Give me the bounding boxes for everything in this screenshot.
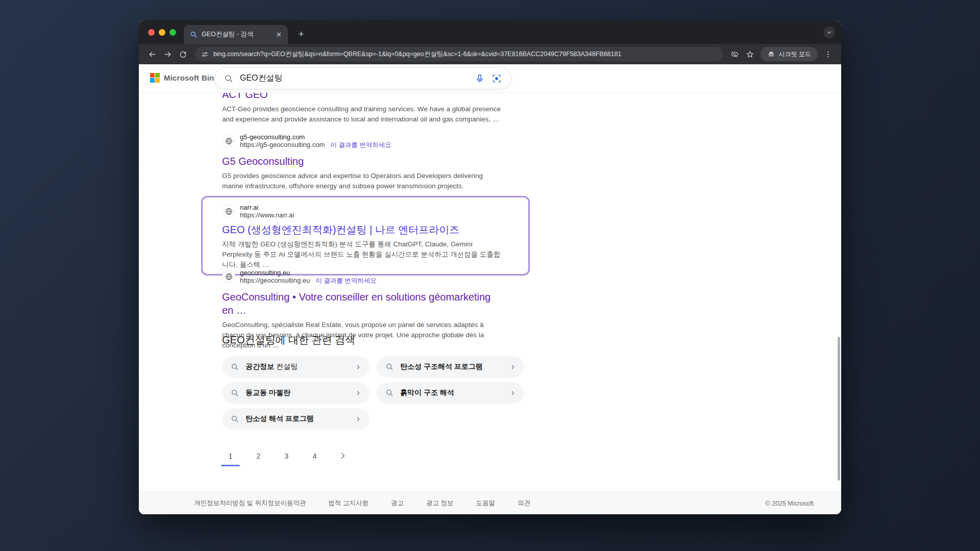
page-scrollbar[interactable] (838, 337, 840, 481)
reload-button[interactable] (176, 47, 190, 61)
incognito-glasses-icon (767, 50, 775, 58)
footer-link-ad-info[interactable]: 광고 정보 (426, 499, 453, 508)
result-domain: g5-geoconsulting.com (240, 133, 391, 141)
search-box[interactable]: GEO컨설팅 (214, 67, 511, 89)
brand-text: Microsoft Bing (164, 73, 219, 82)
microsoft-logo-icon (150, 73, 160, 83)
footer-link-advertise[interactable]: 광고 (391, 499, 404, 508)
microsoft-bing-logo[interactable]: Microsoft Bing (150, 73, 219, 83)
footer-link-privacy[interactable]: 개인정보처리방침 및 위치정보이용약관 (194, 499, 306, 508)
search-query-text[interactable]: GEO컨설팅 (240, 73, 468, 84)
highlighted-search-result: narr.ai https://www.narr.ai GEO (생성형엔진최적… (201, 196, 530, 276)
globe-favicon-icon (222, 134, 235, 147)
globe-favicon-icon (222, 270, 235, 283)
search-icon (231, 389, 239, 397)
page-1-button[interactable]: 1 (216, 449, 244, 466)
browser-tab[interactable]: GEO컨설팅 - 검색 ✕ (184, 25, 288, 44)
result-domain: geoconsulting.eu (240, 269, 377, 277)
globe-favicon-icon (222, 205, 235, 218)
result-description: G5 provides geoscience advice and expert… (222, 171, 502, 191)
page-3-button[interactable]: 3 (273, 449, 301, 466)
result-description: 자체 개발한 GEO (생성형엔진최적화) 분석 도구를 통해 ChatGPT,… (222, 239, 502, 270)
copyright-text: © 2025 Microsoft (765, 500, 814, 507)
result-url: https://geoconsulting.eu (240, 277, 310, 284)
related-searches: 공간정보 컨설팅 탄소성 구조해석 프로그램 동교동 마젤란 흙막이 구조 해석 (222, 356, 524, 430)
next-page-chevron-icon[interactable] (329, 452, 357, 464)
tab-search-chevron-icon[interactable] (823, 27, 835, 38)
search-icon (231, 415, 239, 423)
bookmark-star-icon[interactable] (743, 47, 757, 61)
address-bar[interactable]: bing.com/search?q=GEO컨설팅&qs=n&form=QBRE&… (195, 47, 723, 61)
related-search-pill[interactable]: 흙막이 구조 해석 (377, 382, 524, 404)
incognito-label: 시크릿 모드 (779, 50, 811, 59)
bing-favicon-search-icon (190, 31, 198, 38)
site-settings-icon[interactable] (201, 51, 209, 58)
result-title-link[interactable]: G5 Geoconsulting (222, 155, 304, 168)
page-2-button[interactable]: 2 (244, 449, 273, 466)
forward-button[interactable] (160, 47, 175, 61)
url-text: bing.com/search?q=GEO컨설팅&qs=n&form=QBRE&… (213, 50, 621, 59)
page-footer: 개인정보처리방침 및 위치정보이용약관 법적 고지사항 광고 광고 정보 도움말… (139, 492, 841, 514)
related-search-pill[interactable]: 탄소성 구조해석 프로그램 (377, 356, 524, 378)
chevron-right-icon (355, 364, 361, 370)
search-icon (385, 363, 394, 371)
footer-link-legal[interactable]: 법적 고지사항 (328, 499, 368, 508)
chevron-right-icon (355, 416, 361, 422)
visual-search-lens-icon[interactable] (492, 73, 502, 84)
chevron-right-icon (355, 390, 361, 396)
browser-toolbar: bing.com/search?q=GEO컨설팅&qs=n&form=QBRE&… (139, 44, 841, 64)
result-url: https://g5-geoconsulting.com (240, 141, 325, 148)
voice-search-mic-icon[interactable] (475, 73, 485, 84)
result-source: geoconsulting.eu https://geoconsulting.e… (222, 269, 502, 284)
search-icon (224, 74, 233, 83)
result-domain: narr.ai (240, 204, 294, 211)
browser-window: GEO컨설팅 - 검색 ✕ + bing.com/search?q=GEO컨설팅… (139, 20, 841, 514)
search-icon (385, 389, 394, 397)
search-result: ACT GEO ACT-Geo provides geoscience cons… (222, 88, 502, 124)
window-controls (148, 29, 176, 36)
chevron-right-icon (509, 364, 516, 370)
result-url: https://www.narr.ai (240, 211, 294, 219)
chevron-right-icon (509, 390, 516, 396)
back-button[interactable] (145, 47, 159, 61)
result-source: narr.ai https://www.narr.ai (222, 204, 518, 219)
browser-menu-icon[interactable] (821, 47, 835, 61)
bing-search-results-page: Microsoft Bing GEO컨설팅 ACT GEO ACT-Geo pr… (139, 64, 841, 514)
related-searches-heading: GEO컨설팅에 대한 관련 검색 (222, 333, 355, 347)
result-source: g5-geoconsulting.com https://g5-geoconsu… (222, 133, 502, 148)
result-description: ACT-Geo provides geoscience consulting a… (222, 104, 502, 124)
result-title-link[interactable]: GeoConsulting • Votre conseiller en solu… (222, 290, 502, 317)
page-4-button[interactable]: 4 (301, 449, 329, 466)
translate-result-link[interactable]: 이 결과를 번역하세요 (330, 141, 391, 149)
result-title-link[interactable]: GEO (생성형엔진최적화)컨설팅 | 나르 엔터프라이즈 (222, 223, 459, 236)
translate-result-link[interactable]: 이 결과를 번역하세요 (315, 277, 376, 285)
tab-close-icon[interactable]: ✕ (275, 30, 283, 39)
tracking-protection-eye-icon[interactable] (728, 47, 742, 61)
tab-title: GEO컨설팅 - 검색 (202, 30, 271, 39)
close-window-button[interactable] (148, 29, 155, 36)
new-tab-button[interactable]: + (295, 28, 307, 40)
footer-link-feedback[interactable]: 의견 (518, 499, 530, 508)
search-icon (231, 363, 239, 371)
search-result: g5-geoconsulting.com https://g5-geoconsu… (222, 133, 502, 191)
pagination: 1 2 3 4 (216, 449, 357, 466)
footer-link-help[interactable]: 도움말 (476, 499, 495, 508)
tab-strip: GEO컨설팅 - 검색 ✕ + (139, 20, 841, 44)
related-search-pill[interactable]: 탄소성 해석 프로그램 (222, 408, 370, 430)
bing-header: Microsoft Bing GEO컨설팅 (139, 64, 841, 93)
related-search-pill[interactable]: 공간정보 컨설팅 (222, 356, 370, 378)
zoom-window-button[interactable] (169, 29, 176, 36)
incognito-badge[interactable]: 시크릿 모드 (761, 47, 818, 61)
minimize-window-button[interactable] (159, 29, 165, 36)
related-search-pill[interactable]: 동교동 마젤란 (222, 382, 370, 404)
